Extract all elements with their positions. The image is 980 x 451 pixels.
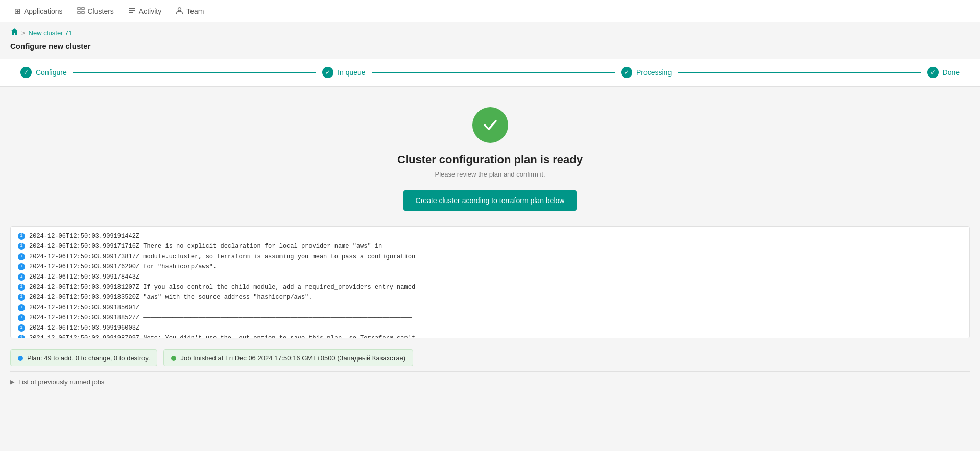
- success-area: Cluster configuration plan is ready Plea…: [10, 87, 970, 226]
- log-dot: i: [18, 273, 25, 281]
- step-line-1: [73, 72, 316, 73]
- status-bar: Plan: 49 to add, 0 to change, 0 to destr…: [10, 344, 970, 371]
- nav-applications[interactable]: ⊞ Applications: [8, 3, 69, 20]
- log-dot: i: [18, 233, 25, 240]
- log-line: i2024-12-06T12:50:03.909183520Z "aws" wi…: [18, 293, 962, 302]
- log-text: 2024-12-06T12:50:03.909181207Z If you al…: [29, 283, 962, 292]
- nav-team[interactable]: Team: [170, 3, 210, 20]
- log-text: 2024-12-06T12:50:03.909188527Z ─────────…: [29, 313, 962, 322]
- breadcrumb-separator: >: [21, 29, 26, 37]
- clusters-icon: [77, 7, 85, 16]
- log-dot: i: [18, 304, 25, 311]
- main-content: Cluster configuration plan is ready Plea…: [0, 87, 980, 392]
- log-text: 2024-12-06T12:50:03.909183520Z "aws" wit…: [29, 293, 962, 302]
- log-dot: i: [18, 335, 25, 338]
- log-text: 2024-12-06T12:50:03.909185601Z: [29, 303, 962, 312]
- nav-team-label: Team: [186, 7, 204, 15]
- log-text: 2024-12-06T12:50:03.909171716Z There is …: [29, 242, 962, 251]
- log-text: 2024-12-06T12:50:03.909191442Z: [29, 232, 962, 241]
- svg-rect-4: [129, 8, 135, 9]
- nav-applications-label: Applications: [24, 7, 63, 15]
- success-circle: [472, 107, 508, 143]
- step-line-2: [372, 72, 615, 73]
- log-text: 2024-12-06T12:50:03.909176200Z for "hash…: [29, 262, 962, 271]
- log-text: 2024-12-06T12:50:03.909178443Z: [29, 272, 962, 282]
- step-done-icon: ✓: [927, 67, 939, 78]
- step-done-label: Done: [943, 68, 960, 77]
- step-processing: ✓ Processing: [621, 67, 672, 78]
- step-in-queue: ✓ In queue: [322, 67, 366, 78]
- status-badge-text: Plan: 49 to add, 0 to change, 0 to destr…: [27, 354, 150, 362]
- svg-rect-1: [82, 7, 84, 10]
- step-line-3: [678, 72, 921, 73]
- svg-rect-3: [82, 11, 84, 14]
- nav-activity[interactable]: Activity: [122, 3, 168, 20]
- log-line: i2024-12-06T12:50:03.909178443Z: [18, 272, 962, 282]
- log-text: 2024-12-06T12:50:03.909173817Z module.uc…: [29, 252, 962, 261]
- nav-activity-label: Activity: [139, 7, 161, 15]
- svg-rect-5: [129, 10, 135, 11]
- activity-icon: [128, 7, 136, 16]
- breadcrumb: > New cluster 71: [0, 22, 980, 40]
- prev-jobs-label: List of previously runned jobs: [18, 378, 104, 386]
- stepper: ✓ Configure ✓ In queue ✓ Processing ✓ Do…: [0, 59, 980, 87]
- success-title: Cluster configuration plan is ready: [397, 153, 583, 166]
- log-area[interactable]: i2024-12-06T12:50:03.909191442Zi2024-12-…: [10, 226, 970, 338]
- applications-icon: ⊞: [14, 7, 21, 16]
- log-dot: i: [18, 263, 25, 270]
- log-dot: i: [18, 294, 25, 301]
- step-processing-label: Processing: [636, 68, 672, 77]
- log-dot: i: [18, 284, 25, 291]
- log-dot: i: [18, 314, 25, 321]
- log-line: i2024-12-06T12:50:03.909173817Z module.u…: [18, 252, 962, 261]
- page-title: Configure new cluster: [0, 40, 980, 59]
- step-configure: ✓ Configure: [20, 67, 67, 78]
- log-text: 2024-12-06T12:50:03.909196003Z: [29, 323, 962, 333]
- step-configure-label: Configure: [36, 68, 67, 77]
- create-cluster-button[interactable]: Create cluster acording to terraform pla…: [403, 190, 577, 211]
- step-configure-icon: ✓: [20, 67, 32, 78]
- log-line: i2024-12-06T12:50:03.909198799Z Note: Yo…: [18, 334, 962, 338]
- log-line: i2024-12-06T12:50:03.909176200Z for "has…: [18, 262, 962, 271]
- step-processing-icon: ✓: [621, 67, 632, 78]
- home-icon[interactable]: [10, 28, 18, 38]
- nav-clusters[interactable]: Clusters: [71, 3, 120, 20]
- breadcrumb-current[interactable]: New cluster 71: [29, 29, 73, 37]
- svg-rect-0: [78, 7, 80, 10]
- chevron-right-icon: ▶: [10, 379, 14, 385]
- log-line: i2024-12-06T12:50:03.909188527Z ────────…: [18, 313, 962, 322]
- svg-rect-2: [78, 11, 80, 14]
- success-subtitle: Please review the plan and confirm it.: [435, 170, 545, 178]
- log-line: i2024-12-06T12:50:03.909181207Z If you a…: [18, 283, 962, 292]
- log-text: 2024-12-06T12:50:03.909198799Z Note: You…: [29, 334, 962, 338]
- log-line: i2024-12-06T12:50:03.909185601Z: [18, 303, 962, 312]
- prev-jobs[interactable]: ▶ List of previously runned jobs: [10, 371, 970, 392]
- top-nav: ⊞ Applications Clusters Activity: [0, 0, 980, 22]
- status-badge-text: Job finished at Fri Dec 06 2024 17:50:16…: [180, 354, 405, 362]
- step-queue-label: In queue: [338, 68, 366, 77]
- step-done: ✓ Done: [927, 67, 960, 78]
- nav-clusters-label: Clusters: [88, 7, 114, 15]
- log-line: i2024-12-06T12:50:03.909196003Z: [18, 323, 962, 333]
- log-dot: i: [18, 324, 25, 332]
- log-dot: i: [18, 243, 25, 250]
- team-icon: [176, 7, 183, 16]
- step-queue-icon: ✓: [322, 67, 333, 78]
- svg-rect-6: [129, 12, 133, 13]
- log-line: i2024-12-06T12:50:03.909191442Z: [18, 232, 962, 241]
- log-dot: i: [18, 253, 25, 260]
- svg-point-7: [178, 8, 181, 11]
- plan-badge: Plan: 49 to add, 0 to change, 0 to destr…: [10, 349, 157, 366]
- status-dot: [18, 356, 23, 361]
- log-line: i2024-12-06T12:50:03.909171716Z There is…: [18, 242, 962, 251]
- job-badge: Job finished at Fri Dec 06 2024 17:50:16…: [163, 349, 413, 366]
- status-dot: [171, 356, 176, 361]
